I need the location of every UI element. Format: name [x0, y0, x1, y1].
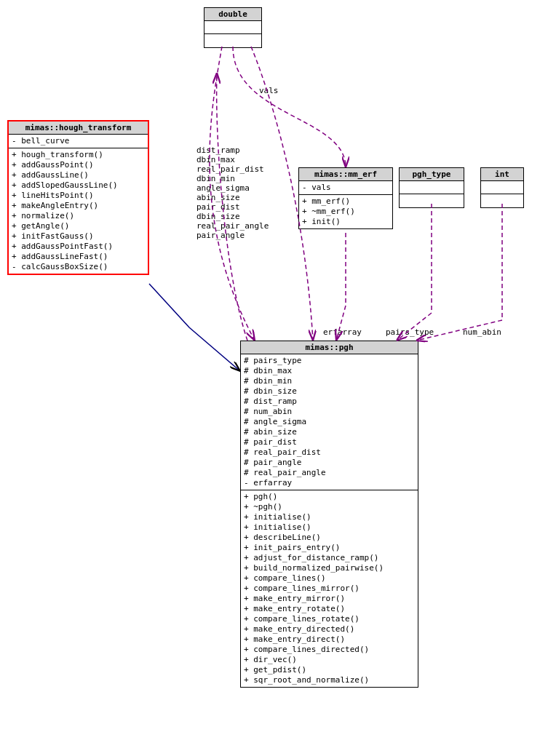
int-class-name: int [481, 168, 523, 181]
double-section-2 [204, 34, 261, 47]
int-to-pgh-arrow [416, 204, 502, 341]
hough-to-pgh-arrow [149, 284, 240, 371]
hough-transform-class-name: mimas::hough_transform [9, 122, 148, 135]
pairs-type-label: pairs_type [386, 327, 434, 337]
erfarray-label: erfarray [323, 327, 362, 337]
mm-erf-attributes: - vals [299, 181, 392, 195]
hough-transform-attributes: - bell_curve [9, 135, 148, 148]
pgh-type-class-name: pgh_type [400, 168, 464, 181]
pgh-class-name: mimas::pgh [241, 341, 418, 354]
mm-erf-class-name: mimas::mm_erf [299, 168, 392, 181]
int-section-2 [481, 194, 523, 207]
vals-label: vals [259, 86, 279, 95]
pgh-methods: + pgh() + ~pgh() + initialise() + initia… [241, 490, 418, 687]
double-section-1 [204, 21, 261, 34]
mm-erf-methods: + mm_erf() + ~mm_erf() + init() [299, 195, 392, 228]
pgh-attributes: # pairs_type # dbin_max # dbin_min # dbi… [241, 354, 418, 490]
double-class-box: double [204, 7, 262, 48]
dist-ramp-label: dist_rampdbin_maxreal_pair_distdbin_mina… [196, 146, 269, 240]
pgh-type-section-1 [400, 181, 464, 194]
double-class-name: double [204, 8, 261, 21]
pgh-class-box: mimas::pgh # pairs_type # dbin_max # dbi… [240, 341, 418, 688]
int-section-1 [481, 181, 523, 194]
pgh-type-class-box: pgh_type [399, 167, 464, 208]
pgh-type-to-pgh-arrow [397, 204, 432, 341]
num-abin-label: num_abin [463, 327, 501, 337]
mm-erf-class-box: mimas::mm_erf - vals + mm_erf() + ~mm_er… [298, 167, 393, 229]
mm-erf-to-pgh-arrow [336, 233, 346, 341]
hough-transform-class-box: mimas::hough_transform - bell_curve + ho… [7, 120, 149, 275]
int-class-box: int [480, 167, 524, 208]
pgh-type-section-2 [400, 194, 464, 207]
hough-transform-methods: + hough_transform() + addGaussPoint() + … [9, 148, 148, 274]
